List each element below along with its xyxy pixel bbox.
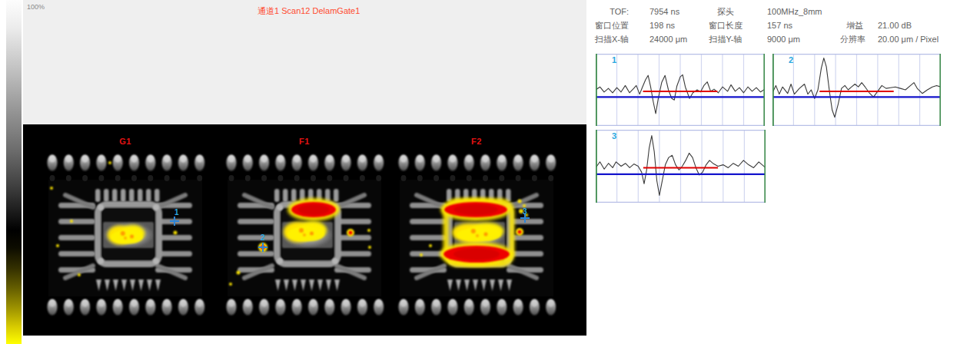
param-label-scan-y: 扫描Y-轴 <box>707 34 744 45</box>
cursor-marker-label-2: 2 <box>261 233 265 242</box>
cursor-marker-label-3: 3 <box>523 207 527 216</box>
param-label-gain: 增益 <box>840 20 863 31</box>
param-label-scan-x: 扫描X-轴 <box>592 34 629 45</box>
chip-image-g1[interactable]: G1 1 <box>33 131 218 322</box>
sam-inspection-screen: 100% 通道1 Scan12 DelamGate1 G1 1 F1 2 3 F… <box>0 0 980 344</box>
chip-image-f1[interactable]: F1 2 <box>212 131 397 322</box>
gate-label-f2: F2 <box>471 137 482 146</box>
ascan-plot-number-1: 1 <box>612 55 616 64</box>
param-label-window-pos: 窗口位置 <box>592 20 629 31</box>
cscan-viewer: 100% 通道1 Scan12 DelamGate1 G1 1 F1 2 3 F… <box>23 0 586 336</box>
param-value-window-pos: 198 ns <box>649 21 707 30</box>
param-value-scan-x: 24000 μm <box>649 35 707 44</box>
param-label-tof: TOF: <box>592 7 629 16</box>
gate-label-f1: F1 <box>299 137 310 146</box>
param-label-resolution: 分辨率 <box>840 34 863 45</box>
chip-scan-graphic <box>33 131 218 322</box>
param-value-window-len: 157 ns <box>767 21 840 30</box>
amplitude-colorbar <box>6 0 22 344</box>
scan-panel[interactable]: G1 1 F1 2 3 F2 <box>23 124 586 336</box>
param-value-scan-y: 9000 μm <box>767 35 840 44</box>
chip-image-f2[interactable]: 3 F2 <box>384 131 569 322</box>
ascan-plot-number-3: 3 <box>612 131 616 141</box>
param-row-2: 窗口位置 198 ns 窗口长度 157 ns 增益 21.00 dB <box>592 18 938 32</box>
ascan-waveform-3 <box>596 130 766 203</box>
param-row-1: TOF: 7954 ns 探头 100MHz_8mm <box>592 5 938 18</box>
ascan-waveform-1 <box>596 54 765 126</box>
gate-label-g1: G1 <box>119 137 131 146</box>
ascan-plot-1[interactable]: 1 <box>596 54 765 126</box>
param-value-resolution: 20.00 μm / Pixel <box>878 35 938 44</box>
param-value-gain: 21.00 dB <box>878 21 912 30</box>
param-value-probe: 100MHz_8mm <box>767 7 840 16</box>
param-label-window-len: 窗口长度 <box>707 20 744 31</box>
ascan-plot-2[interactable]: 2 <box>772 54 941 126</box>
param-label-probe: 探头 <box>707 6 744 18</box>
ascan-plot-number-2: 2 <box>789 55 793 64</box>
param-row-3: 扫描X-轴 24000 μm 扫描Y-轴 9000 μm 分辨率 20.00 μ… <box>592 32 938 46</box>
scan-title: 通道1 Scan12 DelamGate1 <box>257 5 360 17</box>
ascan-waveform-2 <box>772 54 941 126</box>
chip-scan-graphic <box>212 131 397 322</box>
chip-scan-graphic <box>384 131 569 322</box>
cursor-marker-label-1: 1 <box>174 208 179 217</box>
zoom-level: 100% <box>27 3 45 11</box>
parameter-panel: TOF: 7954 ns 探头 100MHz_8mm 窗口位置 198 ns 窗… <box>592 5 938 46</box>
param-value-tof: 7954 ns <box>649 7 707 16</box>
ascan-plot-3[interactable]: 3 <box>596 130 766 203</box>
